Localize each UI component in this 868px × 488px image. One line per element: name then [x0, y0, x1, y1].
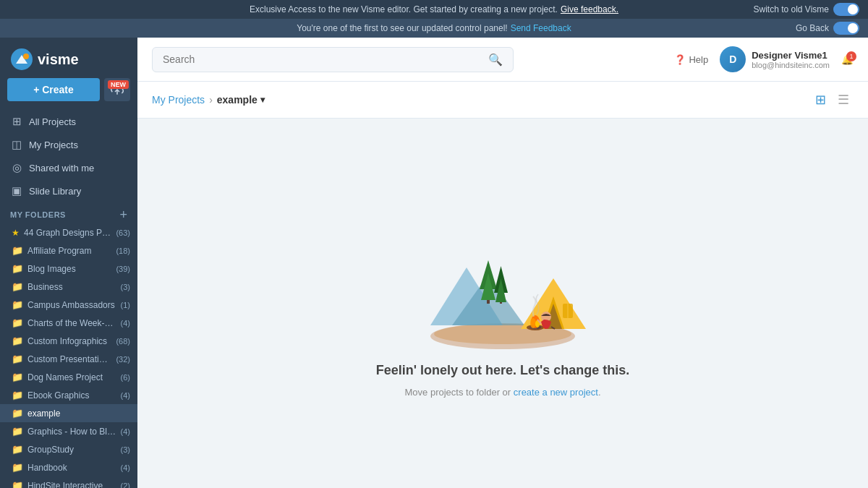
folder-name: Blog Images	[27, 264, 111, 274]
folder-count: (3)	[121, 283, 130, 291]
give-feedback-link[interactable]: Give feedback.	[561, 4, 618, 14]
go-back-toggle[interactable]	[833, 22, 859, 35]
sidebar-item-label: All Projects	[29, 116, 76, 127]
breadcrumb-parent[interactable]: My Projects	[152, 94, 205, 106]
sidebar-folder-dog-names[interactable]: 📁 Dog Names Project (6)	[0, 368, 137, 386]
sidebar-item-shared-with-me[interactable]: ◎ Shared with me	[0, 156, 137, 179]
switch-label: Switch to old Visme	[754, 4, 830, 14]
folder-icon: 📁	[12, 281, 23, 292]
folder-count: (32)	[116, 355, 130, 364]
folder-icon: 📁	[12, 299, 23, 310]
folder-count: (4)	[121, 427, 130, 436]
sidebar-folder-custom-presentations[interactable]: 📁 Custom Presentations (32)	[0, 350, 137, 368]
list-view-button[interactable]: ☰	[833, 89, 854, 111]
sidebar-folder-custom-infographics[interactable]: 📁 Custom Infographics (68)	[0, 332, 137, 350]
create-button[interactable]: + Create	[7, 78, 100, 101]
sidebar-folder-ebook-graphics[interactable]: 📁 Ebook Graphics (4)	[0, 386, 137, 404]
sidebar-folder-campus[interactable]: 📁 Campus Ambassadors (1)	[0, 296, 137, 314]
top-banner: Exclusive Access to the new Visme editor…	[0, 0, 868, 19]
grid-view-button[interactable]: ⊞	[811, 89, 830, 111]
notification-badge: 1	[846, 51, 856, 61]
breadcrumb-separator: ›	[209, 94, 213, 106]
folder-name: Business	[27, 282, 116, 292]
folder-name: Charts of the Week-Mock...	[27, 318, 116, 328]
upload-button[interactable]: NEW	[104, 78, 130, 101]
search-icon: 🔍	[488, 53, 503, 67]
svg-point-22	[530, 318, 536, 328]
star-icon: ★	[12, 228, 20, 238]
user-email: blog@hindsiteinc.com	[752, 61, 830, 69]
shared-icon: ◎	[10, 161, 23, 174]
sidebar-folder-affiliate[interactable]: 📁 Affiliate Program (18)	[0, 241, 137, 260]
folder-count: (2)	[121, 481, 130, 489]
folder-name: HindSite Interactive	[27, 481, 116, 489]
secondary-banner-text: You're one of the first to see our updat…	[297, 23, 507, 33]
send-feedback-link[interactable]: Send Feedback	[511, 23, 571, 33]
folder-count: (39)	[116, 265, 130, 273]
folder-icon: 📁	[12, 408, 23, 419]
switch-toggle-area: Switch to old Visme	[754, 3, 860, 16]
sidebar-folder-groupstudy[interactable]: 📁 GroupStudy (3)	[0, 440, 137, 458]
folder-icon: 📁	[12, 426, 23, 437]
empty-state-subtitle: Move projects to folder or create a new …	[405, 387, 601, 398]
chevron-down-icon: ▾	[260, 95, 265, 105]
folder-name: Affiliate Program	[27, 246, 111, 256]
empty-subtitle-after: .	[598, 387, 601, 398]
folders-label: My Folders	[10, 210, 66, 219]
folder-count: (68)	[116, 337, 130, 346]
switch-toggle[interactable]	[833, 3, 859, 16]
view-toggle: ⊞ ☰	[811, 89, 854, 111]
folder-name: 44 Graph Designs Perfe...	[24, 228, 111, 238]
help-circle-icon: ❓	[674, 54, 686, 65]
go-back-area: Go Back	[796, 22, 859, 35]
sidebar: visme + Create NEW ⊞ All Projects ◫	[0, 38, 137, 488]
add-folder-button[interactable]: +	[119, 208, 127, 221]
help-label: Help	[689, 54, 708, 65]
sidebar-folder-handbook[interactable]: 📁 Handbook (4)	[0, 458, 137, 476]
folder-name: Graphics - How to Blog P...	[27, 427, 116, 437]
folder-count: (4)	[121, 319, 130, 328]
sidebar-folder-44graph[interactable]: ★ 44 Graph Designs Perfe... (63)	[0, 224, 137, 241]
folder-icon: 📁	[12, 317, 23, 328]
sidebar-folder-business[interactable]: 📁 Business (3)	[0, 278, 137, 296]
folders-section-header: My Folders +	[0, 202, 137, 224]
folder-icon: 📁	[12, 245, 23, 256]
folder-name: example	[27, 408, 130, 419]
folder-icon: 📁	[12, 390, 23, 401]
empty-state-title: Feelin' lonely out here. Let's change th…	[376, 363, 630, 378]
sidebar-folder-hindsite[interactable]: 📁 HindSite Interactive (2)	[0, 476, 137, 488]
help-button[interactable]: ❓ Help	[674, 54, 708, 65]
go-back-label: Go Back	[796, 23, 829, 33]
sidebar-folder-blog-images[interactable]: 📁 Blog Images (39)	[0, 260, 137, 278]
empty-state: Feelin' lonely out here. Let's change th…	[137, 119, 868, 488]
search-bar[interactable]: 🔍	[152, 47, 514, 72]
my-projects-icon: ◫	[10, 138, 23, 151]
sidebar-item-label: My Projects	[29, 140, 78, 150]
empty-subtitle-before: Move projects to folder or	[405, 387, 514, 398]
create-new-project-link[interactable]: create a new project	[514, 387, 598, 398]
folder-icon: 📁	[12, 444, 23, 455]
all-projects-icon: ⊞	[10, 115, 23, 128]
sidebar-item-my-projects[interactable]: ◫ My Projects	[0, 133, 137, 156]
folder-name: Custom Presentations	[27, 354, 111, 364]
empty-state-illustration	[409, 210, 597, 354]
notification-button[interactable]: 🔔 1	[841, 54, 854, 65]
folder-icon: 📁	[12, 372, 23, 382]
breadcrumb-current[interactable]: example ▾	[217, 94, 265, 106]
slide-library-icon: ▣	[10, 184, 23, 197]
folder-icon: 📁	[12, 462, 23, 473]
search-input[interactable]	[163, 53, 481, 65]
folder-icon: 📁	[12, 335, 23, 346]
folder-count: (4)	[121, 463, 130, 472]
sidebar-item-slide-library[interactable]: ▣ Slide Library	[0, 179, 137, 202]
sidebar-folder-graphics-how[interactable]: 📁 Graphics - How to Blog P... (4)	[0, 422, 137, 440]
sidebar-actions: + Create NEW	[0, 78, 137, 110]
folder-count: (63)	[116, 228, 130, 237]
folder-icon: 📁	[12, 354, 23, 364]
sidebar-folder-charts[interactable]: 📁 Charts of the Week-Mock... (4)	[0, 314, 137, 332]
sidebar-item-all-projects[interactable]: ⊞ All Projects	[0, 110, 137, 133]
folder-icon: 📁	[12, 263, 23, 274]
sidebar-folder-example[interactable]: 📁 example	[0, 404, 137, 422]
folder-list: ★ 44 Graph Designs Perfe... (63) 📁 Affil…	[0, 224, 137, 488]
user-info[interactable]: D Designer Visme1 blog@hindsiteinc.com	[720, 46, 830, 72]
